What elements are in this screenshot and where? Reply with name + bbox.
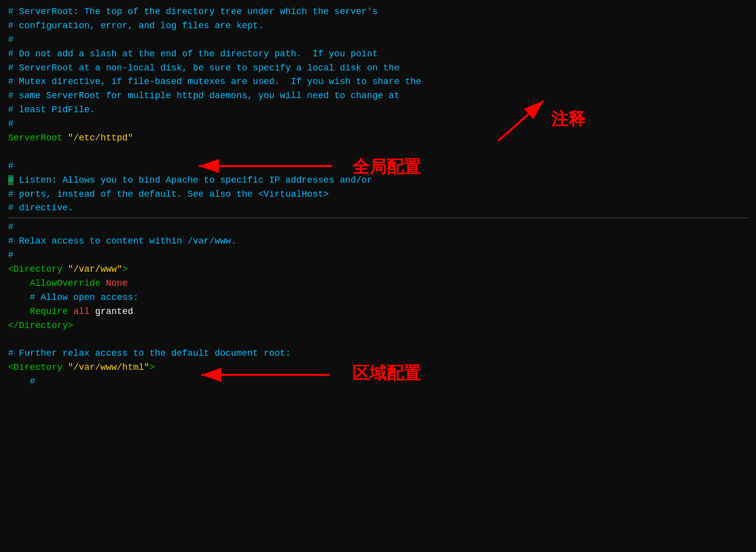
- directory2-path: "/var/www/html": [68, 362, 149, 372]
- code-line: # Relax access to content within /var/ww…: [8, 234, 748, 249]
- code-line: # configuration, error, and log files ar…: [8, 19, 748, 33]
- hash-highlighted: #: [8, 175, 14, 185]
- code-line: # ServerRoot: The top of the directory t…: [8, 5, 748, 19]
- empty-line: [8, 333, 748, 347]
- empty-line: [8, 145, 748, 160]
- code-line: #: [8, 375, 748, 389]
- require-all: all: [73, 306, 90, 317]
- allow-open-comment: # Allow open access:: [8, 291, 748, 305]
- directory-close: </Directory>: [8, 319, 748, 333]
- allowoverride-line: AllowOverride None: [8, 277, 748, 291]
- code-editor: # ServerRoot: The top of the directory t…: [0, 0, 756, 394]
- code-line: # ServerRoot at a non-local disk, be sur…: [8, 61, 748, 75]
- directory2-open: <Directory "/var/www/html">: [8, 361, 748, 375]
- require-key: Require: [30, 306, 68, 317]
- code-line: # Mutex directive, if file-based mutexes…: [8, 75, 748, 89]
- require-granted: granted: [95, 306, 133, 317]
- require-line: Require all granted: [8, 305, 748, 319]
- code-line: #: [8, 33, 748, 47]
- code-line: #: [8, 220, 748, 234]
- code-line: #: [8, 117, 748, 131]
- code-line: # ports, instead of the default. See als…: [8, 188, 748, 202]
- code-line: # directive.: [8, 201, 748, 215]
- allowoverride-key: AllowOverride: [30, 278, 100, 288]
- directory-tag: <Directory: [8, 264, 62, 274]
- code-line: # Further relax access to the default do…: [8, 347, 748, 361]
- code-line: #: [8, 249, 748, 263]
- code-line: # least PidFile.: [8, 103, 748, 117]
- directory-close-bracket: >: [122, 264, 128, 274]
- serverroot-val: "/etc/httpd": [68, 133, 133, 143]
- directory2-close-bracket: >: [149, 362, 155, 372]
- serverroot-line: ServerRoot "/etc/httpd": [8, 131, 748, 145]
- code-line: # Do not add a slash at the end of the d…: [8, 47, 748, 61]
- directory-close-tag: </Directory>: [8, 321, 73, 331]
- code-line: # Listen: Allows you to bind Apache to s…: [8, 174, 748, 188]
- directory-path: "/var/www": [68, 264, 122, 274]
- allowoverride-val: None: [106, 278, 127, 288]
- directory-open: <Directory "/var/www">: [8, 263, 748, 277]
- directory2-tag: <Directory: [8, 362, 62, 372]
- code-line: # same ServerRoot for multiple httpd dae…: [8, 89, 748, 103]
- code-line: #: [8, 160, 748, 174]
- section-divider: [8, 217, 748, 218]
- serverroot-key: ServerRoot: [8, 133, 62, 143]
